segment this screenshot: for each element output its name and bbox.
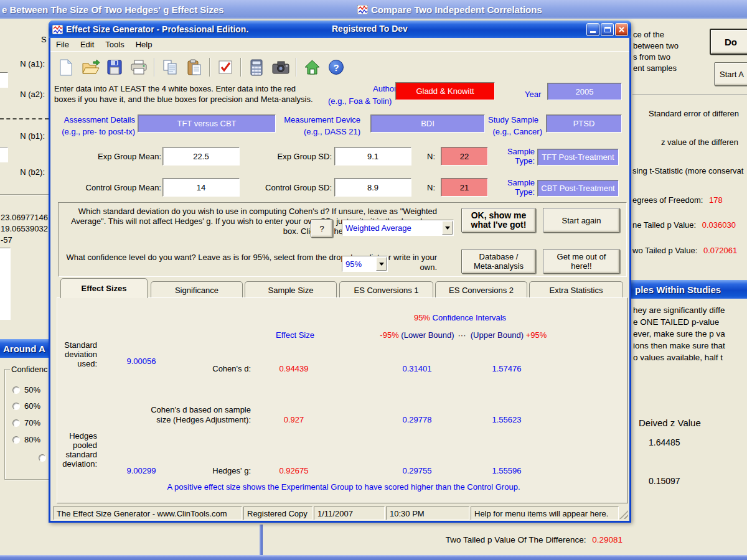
pooled-sd-value: 9.00299 [120,466,163,475]
radio-50[interactable]: 50% [12,385,40,394]
cohens-d-label: Cohen's d: [201,364,251,373]
ok-show-me-button[interactable]: OK, show me what I've got! [461,208,536,233]
study-sample-label: Study Sample [486,115,538,124]
hedges-window-titlebar[interactable]: e Between The Size Of Two Hedges' g Effe… [0,0,355,19]
radio-circle-icon[interactable] [12,419,20,427]
n-a1-label: N (a1): [9,59,45,68]
database-meta-button[interactable]: Database / Meta-analysis [461,249,536,274]
ctl-mean-field[interactable]: 14 [162,178,240,197]
toolbar: ? [50,53,629,82]
home-icon[interactable] [303,58,321,77]
close-button[interactable] [615,23,628,36]
camera-icon[interactable] [271,58,290,77]
ci-header-text: Confidence Intervals [433,313,507,322]
t-statistic-label: sing t-Statistic (more conservat [632,166,747,175]
authors-field[interactable]: Gladd & Knowitt [395,82,495,100]
chevron-down-icon[interactable] [442,221,453,235]
ctl-n-field[interactable]: 21 [441,178,488,197]
ci-combobox[interactable]: 95% [342,256,388,272]
correlations-window-titlebar[interactable]: Compare Two Indepedent Correlations [355,0,747,19]
tab-sample-size[interactable]: Sample Size [245,281,337,298]
open-folder-icon[interactable] [81,58,100,77]
tab-es-conversions-2[interactable]: ES Conversions 2 [435,281,527,298]
within-studies-window-title: ples Within Studies [635,284,721,295]
cohens-d-upper: 1.57476 [482,364,532,373]
input-fragment[interactable] [0,147,8,162]
exp-sample-type-label: Sample Type: [500,147,535,166]
tab-effect-sizes[interactable]: Effect Sizes [60,278,148,298]
measurement-device-field[interactable]: BDI [370,114,485,133]
main-titlebar[interactable]: Effect Size Generator - Professional Edi… [49,21,631,38]
ctl-sample-type-label: Sample Type: [500,178,535,197]
derived-z-label: Deived z Value [639,418,701,428]
radio-circle-icon[interactable] [12,386,20,394]
form-check-icon[interactable] [216,58,235,77]
menu-file[interactable]: File [56,40,69,49]
exp-mean-label: Exp Group Mean: [69,152,161,161]
tab-significance[interactable]: Significance [151,281,243,298]
radio-70[interactable]: 70% [12,418,40,427]
menu-help[interactable]: Help [136,40,153,49]
start-again-bg-button[interactable]: Start A [714,62,747,86]
exp-mean-field[interactable]: 22.5 [162,147,240,166]
chevron-down-icon[interactable] [376,257,387,271]
input-fragment[interactable] [0,72,8,88]
start-again-button[interactable]: Start again [543,208,620,233]
print-icon[interactable] [129,58,148,77]
statusbar: The Effect Size Generator - www.ClinTool… [50,506,629,521]
two-tailed-p-value: 0.072061 [703,246,737,255]
within-studies-window-titlebar[interactable]: ples Within Studies [630,280,747,299]
n-a2-label: N (a2): [9,90,45,99]
window-edge-divider [260,525,263,556]
derived-p-value: 0.15097 [649,476,680,486]
menu-tools[interactable]: Tools [105,40,124,49]
radio-circle-icon[interactable] [12,436,20,444]
results-box-fragment [0,248,11,320]
sd-help-button[interactable]: ? [311,219,333,238]
menu-edit[interactable]: Edit [80,40,94,49]
ci-header: 95% Confidence Intervals [393,313,527,322]
around-window-title: Around A [3,343,45,354]
radio-circle-icon[interactable] [12,403,20,410]
menubar: File Edit Tools Help [50,38,629,52]
correlations-window-title: Compare Two Indepedent Correlations [371,4,542,15]
one-tailed-p-label: ne Tailed p Value: [632,220,696,230]
chart-icon [52,25,63,34]
resize-grip-icon[interactable] [619,510,628,519]
radio-partial[interactable] [39,454,46,462]
hedges-g-upper: 1.55596 [482,466,532,475]
calculator-icon[interactable] [247,58,266,77]
minimize-button[interactable] [586,23,599,36]
paste-icon[interactable] [185,58,204,77]
exp-sd-field[interactable]: 9.1 [334,147,411,166]
lower-bound-column-header: -95% (Lower Bound) [365,330,469,340]
new-document-icon[interactable] [57,58,75,77]
dashed-divider [0,118,49,119]
radio-80[interactable]: 80% [12,435,40,444]
two-tailed-difference-row: Two Tailed p Value Of The Difference: 0.… [324,535,622,544]
around-window-titlebar[interactable]: Around A [0,339,50,358]
assessment-details-field[interactable]: TFT versus CBT [138,114,276,133]
tab-extra-statistics[interactable]: Extra Statistics [529,281,623,298]
exp-n-field[interactable]: 22 [441,147,488,166]
ctl-sd-label: Control Group SD: [256,183,332,192]
exp-sample-type-field[interactable]: TFT Post-Treatment [537,149,619,166]
positive-effect-footnote: A positive effect size shows the Experim… [95,482,593,492]
ctl-sd-field[interactable]: 8.9 [334,178,411,197]
sd-combobox[interactable]: Weighted Average [342,220,454,236]
ctl-mean-label: Control Group Mean: [69,183,161,192]
tab-es-conversions-1[interactable]: ES Conversions 1 [339,281,433,298]
get-me-out-button[interactable]: Get me out of here!! [543,249,620,274]
ctl-sample-type-field[interactable]: CBT Post-Treatment [537,180,619,197]
do-button[interactable]: Do [710,29,747,55]
radio-60[interactable]: 60% [12,401,40,411]
year-field[interactable]: 2005 [547,83,622,100]
study-sample-field[interactable]: PTSD [546,114,622,133]
within-studies-paragraph: hey are significantly diffe e ONE TAILED… [633,304,747,363]
registered-to: Registered To Dev [332,24,408,34]
desktop: e Between The Size Of Two Hedges' g Effe… [0,0,747,560]
copy-icon[interactable] [161,58,179,77]
help-icon[interactable]: ? [327,58,345,77]
maximize-button[interactable] [601,23,614,36]
save-icon[interactable] [105,58,124,77]
